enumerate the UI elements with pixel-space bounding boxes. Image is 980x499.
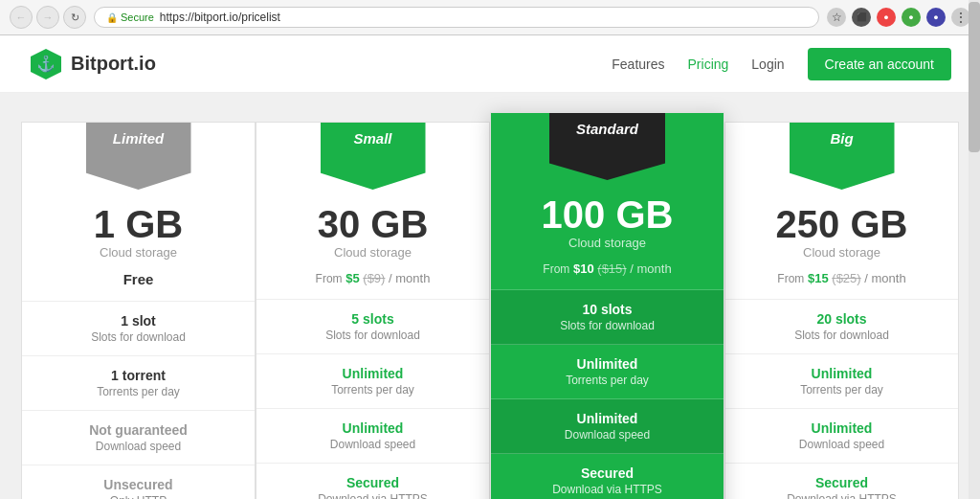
plan-limited-slots-main: 1 slot bbox=[32, 313, 245, 329]
plan-limited-slots-sub: Slots for download bbox=[32, 330, 245, 344]
scrollbar[interactable] bbox=[969, 0, 980, 499]
plan-limited-security-sub1: Only HTTP bbox=[32, 494, 245, 499]
plan-big: Big 250 GB Cloud storage From $15 ($25) … bbox=[724, 122, 959, 499]
forward-button[interactable]: → bbox=[36, 6, 59, 29]
plan-limited-speed-main: Not guaranteed bbox=[32, 422, 245, 438]
plan-standard-price-from: From bbox=[543, 262, 569, 276]
plan-big-speed-main: Unlimited bbox=[735, 420, 948, 436]
plan-limited-feature-slots: 1 slot Slots for download bbox=[22, 302, 255, 356]
plan-small-price: From $5 ($9) / month bbox=[256, 263, 489, 300]
plan-small-badge: Small bbox=[321, 123, 426, 190]
plan-small-feature-torrents: Unlimited Torrents per day bbox=[256, 354, 489, 409]
plan-standard-badge: Standard bbox=[549, 113, 665, 180]
plan-small-price-from: From bbox=[316, 272, 343, 285]
plan-big-torrents-main: Unlimited bbox=[735, 366, 948, 381]
plan-small-storage-label: Cloud storage bbox=[266, 245, 479, 260]
back-button[interactable]: ← bbox=[10, 6, 33, 29]
plan-small-price-old-val: $9 bbox=[368, 271, 381, 285]
plan-standard-price-old-val: $15 bbox=[602, 261, 623, 276]
plan-small-torrents-sub: Torrents per day bbox=[266, 383, 479, 397]
plan-standard-torrents-sub: Torrents per day bbox=[501, 374, 714, 387]
plan-big-security-sub1: Download via HTTPS bbox=[735, 492, 948, 499]
logo-text: Bitport.io bbox=[71, 53, 156, 75]
plan-standard-security-main: Secured bbox=[501, 465, 714, 481]
secure-badge: Secure bbox=[106, 11, 154, 23]
plan-small-price-amount: $5 bbox=[345, 271, 359, 285]
plan-limited-price-free: Free bbox=[123, 271, 154, 287]
url-text: https://bitport.io/pricelist bbox=[160, 11, 280, 24]
plan-limited: Limited 1 GB Cloud storage Free 1 slot S… bbox=[21, 122, 256, 499]
plan-big-price-old-close: ) bbox=[857, 271, 860, 285]
plan-big-torrents-sub: Torrents per day bbox=[735, 383, 948, 397]
extension-icon-4[interactable]: ● bbox=[926, 8, 946, 27]
plan-standard-price-period: / month bbox=[630, 261, 671, 276]
nav-links: Features Pricing Login Create an account bbox=[612, 48, 951, 80]
plan-big-storage: 250 GB Cloud storage bbox=[725, 190, 958, 263]
plan-standard-price: From $10 ($15) / month bbox=[491, 254, 724, 290]
plan-big-price-old-val: $25 bbox=[836, 271, 858, 285]
plan-standard: Standard 100 GB Cloud storage From $10 (… bbox=[490, 112, 724, 499]
plan-small-feature-slots: 5 slots Slots for download bbox=[256, 300, 489, 354]
plan-standard-feature-speed: Unlimited Download speed bbox=[491, 399, 724, 454]
plan-big-feature-torrents: Unlimited Torrents per day bbox=[725, 354, 958, 409]
address-bar[interactable]: Secure https://bitport.io/pricelist bbox=[94, 7, 819, 28]
nav-features[interactable]: Features bbox=[612, 57, 664, 72]
extension-icon-2[interactable]: ● bbox=[877, 8, 896, 27]
plan-big-feature-security: Secured Download via HTTPS Antivirus che… bbox=[725, 464, 958, 499]
star-icon[interactable]: ☆ bbox=[827, 8, 846, 27]
navbar: ⚓ Bitport.io Features Pricing Login Crea… bbox=[0, 35, 980, 93]
scrollbar-thumb[interactable] bbox=[969, 2, 980, 151]
plan-big-badge-wrap: Big bbox=[725, 123, 958, 190]
plan-small-slots-main: 5 slots bbox=[266, 311, 479, 327]
plan-limited-badge: Limited bbox=[86, 123, 191, 190]
refresh-button[interactable]: ↻ bbox=[63, 6, 86, 29]
plan-big-badge: Big bbox=[790, 123, 895, 190]
plan-standard-slots-main: 10 slots bbox=[501, 302, 714, 317]
plan-limited-torrents-sub: Torrents per day bbox=[32, 385, 245, 398]
nav-login[interactable]: Login bbox=[751, 57, 784, 72]
plan-small-speed-main: Unlimited bbox=[266, 420, 479, 436]
plan-standard-storage-label: Cloud storage bbox=[501, 236, 714, 250]
plan-small-slots-sub: Slots for download bbox=[266, 329, 479, 342]
plan-limited-storage-amount: 1 GB bbox=[32, 205, 245, 243]
nav-pricing[interactable]: Pricing bbox=[688, 57, 729, 72]
plan-limited-feature-speed: Not guaranteed Download speed bbox=[22, 411, 255, 465]
create-account-button[interactable]: Create an account bbox=[808, 48, 951, 80]
plan-standard-speed-main: Unlimited bbox=[501, 411, 714, 426]
plan-big-price: From $15 ($25) / month bbox=[725, 263, 958, 300]
plan-small-feature-speed: Unlimited Download speed bbox=[256, 409, 489, 464]
plan-limited-storage: 1 GB Cloud storage bbox=[22, 190, 255, 263]
plan-big-price-period: / month bbox=[864, 271, 905, 285]
plan-big-feature-speed: Unlimited Download speed bbox=[725, 409, 958, 464]
plan-big-slots-main: 20 slots bbox=[735, 311, 948, 327]
plan-standard-badge-wrap: Standard bbox=[491, 113, 724, 180]
logo-icon: ⚓ bbox=[29, 47, 63, 81]
plan-limited-price: Free bbox=[22, 263, 255, 302]
logo[interactable]: ⚓ Bitport.io bbox=[29, 47, 156, 81]
main-content: Limited 1 GB Cloud storage Free 1 slot S… bbox=[0, 93, 980, 499]
plan-standard-price-amount: $10 bbox=[573, 261, 594, 276]
extension-icon-3[interactable]: ● bbox=[902, 8, 921, 27]
plan-small-security-main: Secured bbox=[266, 475, 479, 490]
plan-limited-badge-wrap: Limited bbox=[22, 123, 255, 190]
plan-small-storage-amount: 30 GB bbox=[266, 205, 479, 243]
plan-big-storage-label: Cloud storage bbox=[735, 245, 948, 260]
plan-small-torrents-main: Unlimited bbox=[266, 366, 479, 381]
plan-small-price-period: / month bbox=[389, 271, 430, 285]
extension-icon-1[interactable]: ⬛ bbox=[852, 8, 871, 27]
plan-big-storage-amount: 250 GB bbox=[735, 205, 948, 243]
pricing-grid: Limited 1 GB Cloud storage Free 1 slot S… bbox=[21, 122, 959, 499]
plan-small-security-sub1: Download via HTTPS bbox=[266, 492, 479, 499]
plan-standard-slots-sub: Slots for download bbox=[501, 319, 714, 332]
plan-limited-torrents-main: 1 torrent bbox=[32, 368, 245, 383]
plan-small: Small 30 GB Cloud storage From $5 ($9) /… bbox=[256, 122, 490, 499]
plan-big-speed-sub: Download speed bbox=[735, 438, 948, 451]
plan-big-price-amount: $15 bbox=[808, 271, 829, 285]
plan-standard-torrents-main: Unlimited bbox=[501, 356, 714, 372]
browser-chrome: ← → ↻ Secure https://bitport.io/pricelis… bbox=[0, 0, 980, 35]
plan-limited-security-main: Unsecured bbox=[32, 477, 245, 492]
plan-limited-feature-security: Unsecured Only HTTP Without antivirus co… bbox=[22, 465, 255, 499]
plan-standard-storage-amount: 100 GB bbox=[501, 195, 714, 234]
menu-icon[interactable]: ⋮ bbox=[951, 8, 970, 27]
plan-big-feature-slots: 20 slots Slots for download bbox=[725, 300, 958, 354]
